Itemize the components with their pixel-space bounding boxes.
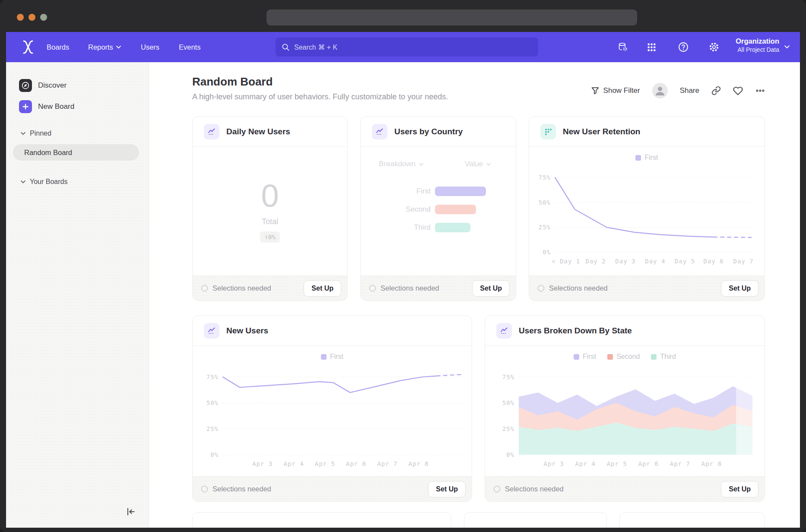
svg-text:Apr 5: Apr 5	[607, 460, 627, 467]
nav-events[interactable]: Events	[179, 32, 200, 62]
card-users-by-state: Users Broken Down By State First Second …	[485, 315, 765, 502]
value-bar	[435, 223, 470, 232]
show-filter-button[interactable]: Show Filter	[591, 86, 640, 95]
card-title: New User Retention	[563, 127, 640, 136]
favorite-heart-icon[interactable]	[733, 86, 743, 96]
status-text: Selections needed	[494, 485, 564, 493]
sidebar-collapse-icon[interactable]	[125, 506, 136, 519]
page-title: Random Board	[192, 75, 273, 89]
board-actions: Show Filter Share	[591, 83, 765, 98]
svg-text:Day 5: Day 5	[675, 258, 695, 265]
svg-text:Apr 6: Apr 6	[346, 460, 366, 467]
value-bar	[435, 187, 486, 196]
sidebar-section-your-boards[interactable]: Your Boards	[21, 178, 67, 186]
app-window: Boards Reports Users Events Search ⌘ + K	[0, 0, 806, 532]
card-title: Users Broken Down By State	[519, 326, 632, 336]
radio-icon	[201, 285, 208, 291]
status-text: Selections needed	[538, 284, 608, 292]
sidebar-item-random-board[interactable]: Random Board	[13, 144, 139, 161]
card-title: Users by Country	[394, 127, 463, 136]
settings-gear-icon[interactable]	[708, 41, 720, 53]
window-bottom-edge	[0, 528, 806, 532]
card-new-user-retention: New User Retention First 75%50%25%0%< Da…	[529, 116, 765, 301]
breakdown-row: Second	[361, 200, 516, 218]
org-switcher[interactable]: Organization All Project Data	[736, 37, 779, 53]
chart-legend: First	[529, 154, 765, 162]
org-name: Organization	[736, 37, 779, 45]
sidebar-item-discover[interactable]: Discover	[19, 79, 67, 92]
copy-link-icon[interactable]	[711, 86, 721, 95]
nav-boards[interactable]: Boards	[47, 32, 69, 62]
breakdown-dropdown[interactable]: Breakdown	[379, 160, 423, 168]
line-chart-icon	[204, 323, 219, 339]
nav-reports[interactable]: Reports	[88, 32, 121, 62]
browser-url-bar[interactable]	[267, 10, 637, 25]
status-text: Selections needed	[201, 284, 271, 292]
svg-text:Day 2: Day 2	[586, 258, 606, 265]
search-input[interactable]: Search ⌘ + K	[276, 38, 538, 57]
svg-text:50%: 50%	[539, 199, 551, 206]
person-icon	[652, 83, 668, 98]
svg-text:Apr 8: Apr 8	[409, 460, 429, 467]
avatar[interactable]	[652, 83, 668, 98]
setup-button[interactable]: Set Up	[304, 280, 341, 297]
radio-icon	[201, 486, 208, 492]
svg-text:Day 4: Day 4	[645, 258, 665, 265]
stacked-area-chart: 75%50%25%0%Apr 3Apr 4Apr 5Apr 6Apr 7Apr …	[485, 361, 765, 469]
window-minimize-button[interactable]	[29, 14, 35, 21]
sidebar-item-new-board[interactable]: New Board	[19, 100, 74, 113]
chart-legend: First Second Third	[485, 353, 765, 361]
legend-swatch	[635, 155, 641, 161]
chevron-down-icon	[419, 163, 423, 166]
svg-text:25%: 25%	[206, 425, 219, 432]
svg-text:< Day 1: < Day 1	[552, 258, 580, 265]
svg-text:75%: 75%	[539, 174, 551, 181]
org-chevron-down-icon	[784, 45, 790, 49]
mixpanel-logo[interactable]	[22, 40, 34, 54]
card-insights-report: Insights Report	[464, 512, 607, 528]
window-close-button[interactable]	[17, 14, 24, 21]
pinned-label: Pinned	[30, 130, 51, 137]
setup-button[interactable]: Set Up	[428, 481, 466, 497]
org-scope: All Project Data	[736, 46, 779, 53]
more-options-icon[interactable]	[755, 86, 765, 96]
card-stacked-line-graph: Stacked Line Graph	[192, 512, 451, 528]
retention-line-chart: 75%50%25%0%< Day 1Day 2Day 3Day 4Day 5Da…	[529, 162, 765, 267]
value-dropdown[interactable]: Value	[465, 160, 491, 168]
setup-button[interactable]: Set Up	[721, 280, 758, 297]
svg-text:Day 3: Day 3	[615, 258, 635, 265]
share-button[interactable]: Share	[680, 86, 699, 95]
card-daily-new-users: Daily New Users 0 Total ↑0% Selections n…	[192, 116, 348, 301]
svg-text:50%: 50%	[502, 399, 514, 406]
radio-icon	[538, 285, 544, 291]
breakdown-row: First	[361, 182, 516, 200]
setup-button[interactable]: Set Up	[472, 280, 510, 297]
card-title: New Users	[226, 326, 268, 336]
app-content: Boards Reports Users Events Search ⌘ + K	[6, 32, 800, 528]
svg-text:Day 7: Day 7	[733, 258, 753, 265]
svg-text:Apr 8: Apr 8	[701, 460, 722, 467]
svg-text:Apr 7: Apr 7	[377, 460, 397, 467]
chevron-down-icon	[486, 163, 491, 166]
svg-text:0%: 0%	[543, 249, 551, 256]
card-title: Daily New Users	[226, 127, 290, 136]
apps-grid-icon[interactable]	[646, 41, 657, 53]
help-icon[interactable]	[678, 41, 689, 53]
data-management-icon[interactable]	[617, 41, 628, 53]
breakdown-row: Third	[361, 218, 516, 237]
filter-icon	[591, 86, 600, 95]
svg-text:Apr 6: Apr 6	[638, 460, 659, 467]
svg-text:Apr 3: Apr 3	[544, 460, 564, 467]
sidebar-section-pinned[interactable]: Pinned	[21, 130, 51, 137]
setup-button[interactable]: Set Up	[721, 481, 758, 497]
plus-icon	[19, 100, 32, 113]
window-zoom-button[interactable]	[40, 14, 47, 21]
svg-text:Apr 4: Apr 4	[575, 460, 596, 467]
window-titlebar	[0, 0, 806, 32]
metric-label: Total	[262, 217, 278, 226]
nav-users[interactable]: Users	[141, 32, 159, 62]
svg-text:0%: 0%	[506, 451, 514, 458]
search-icon	[282, 43, 290, 51]
top-navbar: Boards Reports Users Events Search ⌘ + K	[6, 32, 800, 62]
svg-text:Apr 3: Apr 3	[252, 460, 273, 467]
